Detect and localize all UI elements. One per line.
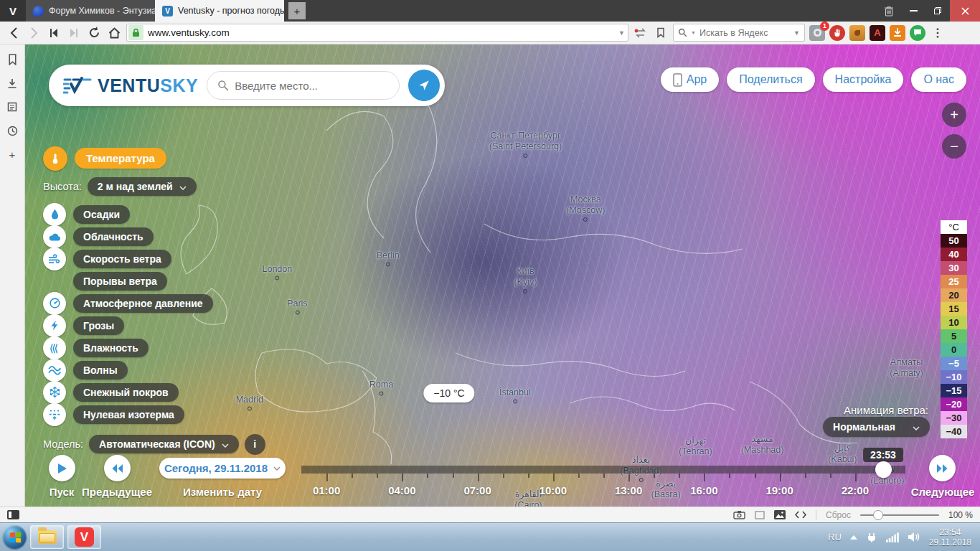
tab-ventusky[interactable]: V Ventusky - прогноз погоды: [155, 0, 284, 22]
bookmarks-panel-icon[interactable]: [6, 53, 19, 66]
start-button[interactable]: [3, 525, 27, 549]
height-dropdown[interactable]: 2 м над землей: [88, 177, 197, 196]
fast-forward-icon[interactable]: [66, 25, 82, 41]
restore-button[interactable]: [925, 0, 950, 22]
ventusky-logo[interactable]: VENTUSKY: [63, 75, 198, 96]
zoom-slider-knob[interactable]: [873, 510, 883, 520]
temperature-legend: °C 5040302520151050−5−10−15−20−30−40: [941, 220, 967, 438]
search-icon: [678, 28, 687, 37]
downloads-panel-icon[interactable]: [6, 77, 19, 90]
tab-forum[interactable]: Форум Химиков - Энтузиас: [26, 0, 155, 22]
avast-extension-icon[interactable]: 1: [809, 25, 825, 41]
layer-item-label: Грозы: [73, 316, 124, 335]
forward-icon[interactable]: [26, 25, 42, 41]
vivaldi-taskbar-button[interactable]: V: [67, 525, 101, 549]
wind-animation-dropdown[interactable]: Нормальная: [823, 420, 930, 433]
legend-unit: °C: [941, 220, 967, 234]
hidden-icons-arrow[interactable]: [850, 535, 857, 540]
capture-icon[interactable]: [733, 510, 745, 519]
timeline-bar[interactable]: [301, 466, 905, 474]
home-icon[interactable]: [106, 25, 122, 41]
yandex-search-input[interactable]: [699, 28, 778, 38]
url-field[interactable]: www.ventusky.com ▼: [126, 24, 628, 42]
layer-item[interactable]: Снежный покров: [43, 381, 265, 403]
zoom-slider[interactable]: [860, 514, 939, 516]
play-button[interactable]: [49, 455, 75, 481]
power-plug-icon[interactable]: [866, 532, 877, 543]
bookmark-flag-icon[interactable]: [653, 25, 669, 41]
taskbar-clock[interactable]: 23:54 29.11.2018: [929, 527, 971, 547]
layer-item[interactable]: Атмосферное давление: [43, 292, 265, 314]
share-button[interactable]: Поделиться: [727, 67, 814, 92]
browser-tab-bar: V Форум Химиков - Энтузиас V Ventusky - …: [0, 0, 980, 22]
panel-toggle-icon[interactable]: [7, 510, 19, 519]
weather-map[interactable]: Санкт-Петербург(Saint Petersburg)Москва(…: [25, 44, 980, 507]
place-search-field[interactable]: [207, 71, 400, 100]
browser-menu-dots-icon[interactable]: ⋮: [930, 25, 946, 41]
yandex-search-field[interactable]: ▼ ▼: [673, 24, 805, 42]
close-button[interactable]: [950, 0, 980, 22]
play-caption: Пуск: [50, 486, 75, 498]
date-picker-button[interactable]: Сегодня, 29.11.2018: [159, 458, 286, 479]
windows-taskbar: V RU 23:54 29.11.2018: [0, 522, 980, 551]
next-button[interactable]: [929, 455, 956, 481]
reload-icon[interactable]: [86, 25, 102, 41]
images-toggle-icon[interactable]: [774, 510, 786, 519]
zoom-reset-label[interactable]: Сброс: [826, 510, 851, 520]
layer-item[interactable]: Порывы ветра: [43, 270, 265, 292]
layer-item-temperature[interactable]: Температура: [43, 145, 265, 171]
file-explorer-taskbar-button[interactable]: [30, 525, 64, 549]
layer-item[interactable]: Грозы: [43, 314, 265, 336]
settings-button[interactable]: Настройка: [823, 67, 904, 92]
adblock-extension-icon[interactable]: [829, 25, 845, 41]
model-info-icon[interactable]: i: [245, 434, 265, 455]
extension-icon[interactable]: [849, 25, 865, 41]
layer-item-label: Осадки: [73, 205, 130, 224]
search-engine-dropdown-icon[interactable]: ▼: [691, 30, 696, 35]
history-panel-icon[interactable]: [6, 124, 19, 137]
volume-icon[interactable]: [908, 532, 920, 542]
trash-icon[interactable]: [877, 0, 901, 22]
vivaldi-menu-button[interactable]: V: [0, 0, 26, 22]
browser-status-bar: Сброс 100 %: [0, 507, 980, 522]
timeline-tick-label: 22:00: [842, 484, 869, 496]
language-indicator[interactable]: RU: [828, 532, 842, 542]
new-tab-button[interactable]: +: [288, 2, 306, 19]
map-city-label: تهران(Tehran): [679, 435, 712, 457]
timeline-handle[interactable]: [875, 461, 892, 478]
download-extension-icon[interactable]: [890, 25, 905, 41]
url-dropdown-icon[interactable]: ▼: [618, 29, 625, 37]
secure-lock-icon[interactable]: [128, 25, 143, 40]
app-button[interactable]: App: [661, 67, 719, 92]
rewind-icon[interactable]: [46, 25, 62, 41]
adobe-acrobat-extension-icon[interactable]: A: [870, 25, 885, 41]
place-search-input[interactable]: [235, 80, 389, 92]
layer-item[interactable]: Скорость ветра: [43, 248, 265, 270]
map-city-label: مشهد(Mashhad): [741, 434, 784, 456]
chat-extension-icon[interactable]: [910, 25, 925, 41]
page-actions-icon[interactable]: [795, 511, 806, 519]
map-zoom-out-button[interactable]: −: [942, 134, 966, 159]
locate-me-button[interactable]: [408, 70, 440, 101]
layer-item[interactable]: Нулевая изотерма: [43, 403, 265, 425]
add-panel-icon[interactable]: +: [6, 148, 19, 161]
notes-panel-icon[interactable]: [6, 100, 19, 113]
sync-arrows-icon[interactable]: [633, 25, 649, 41]
about-button[interactable]: О нас: [911, 67, 966, 92]
layer-item[interactable]: Влажность: [43, 336, 265, 359]
map-city-label: Київ(Kyiv): [514, 266, 537, 293]
map-zoom-in-button[interactable]: +: [942, 103, 966, 127]
legend-stop: −10: [941, 370, 967, 384]
layer-item[interactable]: Волны: [43, 359, 265, 381]
model-row: Модель: Автоматическая (ICON) i: [43, 433, 265, 455]
layer-item[interactable]: Осадки: [43, 203, 265, 225]
previous-button[interactable]: [104, 455, 131, 481]
minimize-button[interactable]: [901, 0, 925, 22]
network-signal-icon[interactable]: [886, 532, 899, 542]
back-icon[interactable]: [6, 25, 22, 41]
city-marker-icon: [639, 478, 643, 482]
tiling-icon[interactable]: [755, 511, 765, 519]
layer-item[interactable]: Облачность: [43, 225, 265, 248]
search-dropdown-icon[interactable]: ▼: [793, 29, 800, 37]
model-dropdown[interactable]: Автоматическая (ICON): [89, 435, 239, 453]
